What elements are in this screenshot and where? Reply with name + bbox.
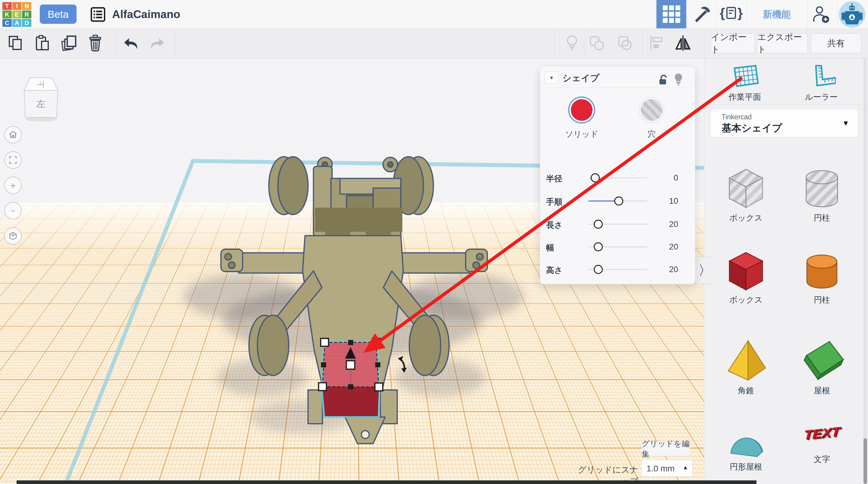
invite-people-button[interactable] [811,5,830,24]
tinkercad-logo[interactable]: T I N K E R C A D [2,2,31,27]
slider-label: 長さ [546,220,563,231]
toolbar-separator [642,29,643,58]
solid-label: ソリッド [558,129,606,140]
duplicate-icon [60,34,78,52]
slider-value: 0 [655,173,678,183]
minecraft-export-button[interactable] [692,5,711,24]
home-icon [8,130,18,139]
mirror-button[interactable] [674,33,692,53]
chevron-right-icon: 〉 [698,262,712,279]
redo-button-disabled[interactable] [148,33,166,53]
shape-round-roof[interactable]: 円形屋根 [708,414,784,472]
steps-slider[interactable] [588,201,647,202]
slider-row-steps: 手順 10 [540,196,695,206]
panel-title: シェイプ [562,72,599,84]
shape-roof[interactable]: 屋根 [784,337,860,396]
design-properties-button[interactable] [90,7,105,22]
mirror-icon [674,35,692,52]
home-view-button[interactable] [4,126,22,144]
delete-button[interactable] [86,33,104,53]
slider-value: 20 [655,242,678,252]
brace-right: } [738,5,743,21]
workplane-icon [730,64,759,90]
slider-value: 20 [655,265,678,274]
length-slider[interactable] [588,223,647,225]
view-cube-front-label[interactable]: 左 [36,99,45,109]
slider-knob[interactable] [614,196,623,206]
toolbar-separator [584,29,584,58]
person-add-icon [811,5,830,24]
copy-button[interactable] [7,33,25,53]
ungroup-icon [617,35,633,52]
pickaxe-icon [692,5,711,24]
roof-thumbnail [799,337,844,384]
hole-swatch [641,99,662,121]
shape-hole-box[interactable]: ボックス [708,164,784,223]
view-cube-top-label[interactable]: 上 [37,81,45,88]
shape-inspector-panel: ▾ シェイプ ソリッド 穴 半径 0 手順 10 長さ 20 幅 20 高さ [540,66,695,284]
beta-button[interactable]: Beta [40,4,76,24]
shape-library-dropdown[interactable]: Tinkercad 基本シェイプ ▼ [710,109,858,138]
header-separator [716,0,717,29]
slider-knob[interactable] [594,220,603,229]
app-header: T I N K E R C A D Beta AlfaCaimano { [0,0,868,29]
library-name: 基本シェイプ [721,121,782,135]
paste-button[interactable] [33,33,51,53]
header-separator [655,0,655,29]
orange-cylinder-thumbnail [799,246,844,293]
hole-option[interactable]: 穴 [627,99,676,140]
codeblocks-button[interactable]: { } [720,5,743,21]
header-separator [687,0,688,29]
unlock-icon[interactable] [658,74,670,86]
slider-row-radius: 半径 0 [540,173,695,183]
ungroup-button-disabled[interactable] [616,33,634,53]
export-button[interactable]: エクスポート [757,33,808,53]
duplicate-button[interactable] [60,33,78,53]
dashboard-button-active[interactable] [656,0,686,28]
shapes-sidebar: 作業平面 ルーラー Tinkercad 基本シェイプ ▼ ボックス [704,58,868,484]
import-button[interactable]: インポート [711,33,755,53]
fit-view-button[interactable] [4,151,22,169]
group-button-disabled[interactable] [588,33,606,53]
sidebar-collapse-button[interactable]: 〉 [694,257,715,284]
ruler-tool[interactable]: ルーラー [791,64,851,102]
height-slider[interactable] [588,269,647,270]
slider-value: 10 [655,196,678,206]
view-cube[interactable]: 上 左 [17,75,62,124]
radius-slider[interactable] [588,177,647,178]
lightbulb-toggle-icon[interactable] [673,72,684,87]
slider-label: 高さ [546,265,563,276]
user-avatar[interactable] [839,1,865,28]
chevron-down-icon: ▼ [842,119,849,127]
sidebar-scrollbar-track[interactable] [864,58,867,484]
shape-box[interactable]: ボックス [708,246,784,305]
shape-cylinder[interactable]: 円柱 [784,246,860,305]
shape-hole-cylinder[interactable]: 円柱 [784,164,860,223]
panel-collapse-button[interactable]: ▾ [544,71,559,84]
solid-option-selected[interactable]: ソリッド [558,99,606,140]
undo-button[interactable] [122,33,140,53]
workplane-label: 作業平面 [715,92,775,102]
sidebar-scrollbar-thumb[interactable] [864,438,867,484]
design-title[interactable]: AlfaCaimano [112,0,180,29]
slider-label: 幅 [546,242,554,253]
edit-grid-button[interactable]: グリッドを編集 [641,442,690,456]
align-button-disabled[interactable] [647,33,665,53]
whats-new-link[interactable]: 新機能 [746,0,807,29]
slider-knob[interactable] [591,173,600,182]
snap-grid-select[interactable]: 1.0 mm ▲ [641,460,692,477]
share-button[interactable]: 共有 [811,33,861,53]
slider-knob[interactable] [594,242,603,251]
workplane-tool[interactable]: 作業平面 [715,64,775,102]
rear-wheel-left [269,157,308,215]
shape-text[interactable]: TEXT 文字 [784,414,860,465]
clipped-bottom-bar [17,480,756,484]
shape-pyramid[interactable]: 角錐 [708,337,784,396]
zoom-out-button[interactable]: － [4,202,22,219]
zoom-in-button[interactable]: ＋ [4,177,22,194]
shape-generators-button-disabled[interactable] [563,33,581,53]
slider-knob[interactable] [594,265,603,274]
width-slider[interactable] [588,246,647,247]
trash-icon [87,34,104,52]
perspective-toggle-button[interactable] [4,227,22,245]
